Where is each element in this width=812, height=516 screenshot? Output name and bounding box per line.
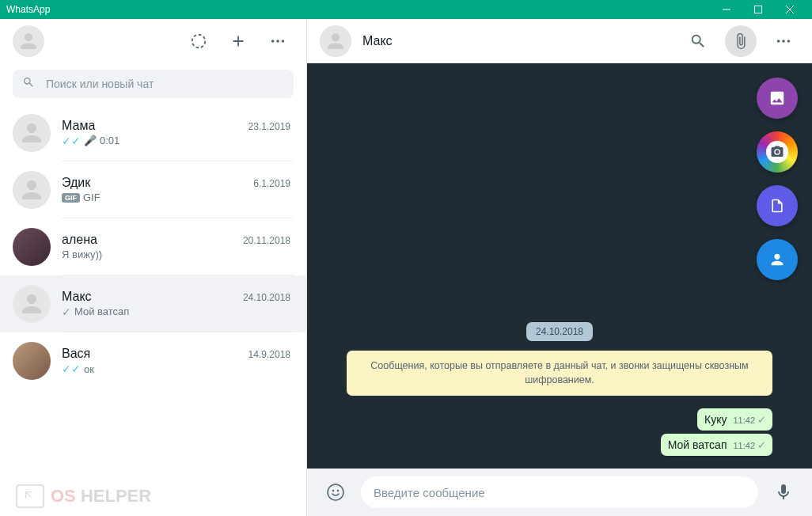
read-ticks-icon: ✓✓ — [62, 135, 81, 147]
message-out[interactable]: Мой ватсап 11:42✓ — [661, 434, 772, 456]
menu-icon[interactable] — [262, 25, 294, 57]
read-ticks-icon: ✓✓ — [62, 362, 81, 375]
chat-menu-icon[interactable] — [768, 25, 799, 57]
date-divider: 24.10.2018 — [526, 322, 593, 341]
attach-icon[interactable] — [725, 25, 757, 57]
chat-name: Вася — [62, 347, 90, 361]
chat-name: Макс — [62, 290, 92, 304]
window-titlebar: WhatsApp — [0, 0, 812, 19]
chat-preview: Мой ватсап — [74, 305, 129, 317]
avatar — [13, 342, 51, 380]
svg-point-4 — [192, 35, 206, 48]
message-text: Мой ватсап — [668, 438, 727, 451]
contact-avatar[interactable] — [320, 25, 351, 57]
chat-name: Эдик — [62, 176, 90, 190]
avatar — [13, 114, 51, 152]
svg-point-8 — [777, 40, 780, 43]
message-time: 11:42 — [733, 415, 755, 425]
messages-area: 24.10.2018 Сообщения, которые вы отправл… — [307, 63, 812, 469]
chat-item-maks[interactable]: Макс24.10.2018 ✓Мой ватсап — [0, 275, 306, 332]
svg-point-13 — [337, 490, 339, 491]
sidebar-header — [0, 19, 306, 63]
chat-item-edik[interactable]: Эдик6.1.2019 GIFGIF — [0, 161, 306, 218]
sidebar: Мама23.1.2019 ✓✓🎤0:01 Эдик6.1.2019 GIFGI… — [0, 19, 307, 516]
chat-name: Мама — [62, 119, 95, 133]
chat-item-alena[interactable]: алена20.11.2018 Я вижу)) — [0, 218, 306, 275]
avatar — [13, 171, 51, 209]
new-chat-icon[interactable] — [222, 25, 254, 57]
svg-point-11 — [328, 484, 343, 500]
svg-point-9 — [782, 40, 785, 43]
chat-item-vasya[interactable]: Вася14.9.2018 ✓✓ок — [0, 332, 306, 389]
svg-point-12 — [332, 490, 334, 491]
svg-rect-1 — [755, 6, 762, 13]
chat-date: 20.11.2018 — [243, 235, 290, 246]
window-close-button[interactable] — [774, 0, 806, 19]
chat-preview: Я вижу)) — [62, 249, 102, 260]
chat-date: 23.1.2019 — [249, 121, 290, 132]
chat-title: Макс — [362, 34, 671, 48]
search-input[interactable] — [46, 78, 284, 90]
mic-icon: 🎤 — [84, 135, 97, 146]
sent-tick-icon: ✓ — [757, 439, 766, 451]
chat-preview: 0:01 — [100, 135, 120, 146]
window-title: WhatsApp — [6, 4, 711, 15]
emoji-icon[interactable] — [320, 476, 351, 508]
svg-point-10 — [787, 40, 791, 43]
chat-date: 14.9.2018 — [249, 349, 290, 360]
message-composer — [307, 469, 812, 516]
attach-gallery-button[interactable] — [757, 78, 798, 119]
attach-contact-button[interactable] — [757, 239, 798, 280]
avatar — [13, 285, 51, 323]
chat-search-icon[interactable] — [682, 25, 714, 57]
search-container — [0, 63, 306, 104]
attach-menu — [757, 78, 798, 280]
chat-header: Макс — [307, 19, 812, 63]
chat-preview: ок — [84, 363, 94, 375]
chat-item-mama[interactable]: Мама23.1.2019 ✓✓🎤0:01 — [0, 104, 306, 161]
message-input[interactable] — [361, 476, 758, 508]
attach-camera-button[interactable] — [757, 131, 798, 173]
voice-record-icon[interactable] — [768, 476, 799, 508]
svg-point-6 — [276, 40, 279, 43]
window-minimize-button[interactable] — [711, 0, 742, 19]
chat-name: алена — [62, 233, 97, 247]
my-avatar[interactable] — [13, 25, 44, 57]
avatar — [13, 228, 51, 266]
encryption-notice: Сообщения, которые вы отправляете в данн… — [347, 351, 772, 396]
message-time: 11:42 — [733, 441, 755, 450]
message-out[interactable]: Куку 11:42✓ — [697, 408, 772, 431]
chat-preview: GIF — [83, 192, 101, 203]
svg-point-5 — [271, 40, 275, 43]
chat-list: Мама23.1.2019 ✓✓🎤0:01 Эдик6.1.2019 GIFGI… — [0, 104, 306, 516]
status-icon[interactable] — [183, 25, 214, 57]
window-maximize-button[interactable] — [742, 0, 774, 19]
svg-point-7 — [282, 40, 285, 43]
sent-tick-icon: ✓ — [62, 305, 71, 318]
message-text: Куку — [704, 413, 727, 426]
gif-badge: GIF — [62, 193, 80, 203]
sent-tick-icon: ✓ — [757, 414, 766, 426]
chat-date: 24.10.2018 — [243, 292, 290, 303]
search-icon — [22, 76, 35, 92]
chat-panel: Макс 24.10.2018 Сообщения, которые вы от… — [307, 19, 812, 516]
chat-date: 6.1.2019 — [253, 178, 290, 189]
attach-document-button[interactable] — [757, 185, 798, 226]
